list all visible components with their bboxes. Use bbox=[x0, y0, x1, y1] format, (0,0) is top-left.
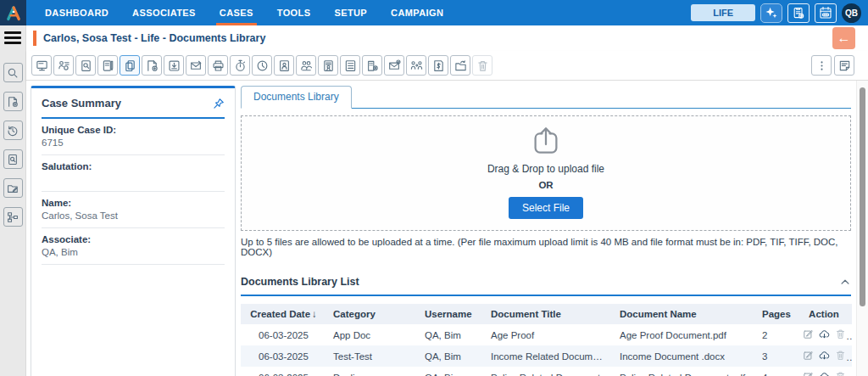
field-value bbox=[42, 174, 225, 186]
field-label: Salutation: bbox=[42, 161, 225, 171]
email-compose-icon[interactable] bbox=[186, 55, 206, 76]
cloud-download-icon[interactable] bbox=[819, 328, 830, 340]
folder-manage-icon[interactable] bbox=[3, 178, 23, 198]
cell-category: Decline bbox=[326, 367, 418, 376]
transfer-icon[interactable] bbox=[406, 55, 426, 76]
column-header-pages[interactable]: Pages bbox=[755, 304, 796, 324]
scrollbar-thumb[interactable] bbox=[860, 87, 865, 306]
app-logo[interactable] bbox=[0, 0, 26, 25]
vertical-scrollbar[interactable] bbox=[856, 81, 868, 376]
print-icon[interactable] bbox=[208, 55, 228, 76]
column-header-name[interactable]: Document Name bbox=[613, 304, 755, 324]
clock-icon[interactable] bbox=[252, 55, 272, 76]
cell-action bbox=[796, 324, 852, 345]
cell-title: Income Related Document bbox=[484, 345, 613, 367]
upload-dropzone[interactable]: Drag & Drop to upload file OR Select Fil… bbox=[241, 115, 851, 231]
case-summary-field: Salutation: bbox=[42, 155, 225, 192]
tab-documents-library[interactable]: Documents Library bbox=[241, 86, 352, 109]
documents-pane: Documents Library Drag & Drop to upload … bbox=[241, 86, 851, 376]
case-toolbar bbox=[26, 51, 868, 81]
checklist-icon[interactable] bbox=[340, 55, 360, 76]
nav-item-campaign[interactable]: CAMPAIGN bbox=[379, 0, 455, 25]
select-file-button[interactable]: Select File bbox=[509, 197, 583, 219]
calendar-icon[interactable] bbox=[815, 3, 837, 23]
document-add-icon[interactable] bbox=[3, 92, 23, 111]
cell-username: QA, Bim bbox=[418, 367, 484, 376]
or-text: OR bbox=[250, 180, 842, 190]
kebab-menu-icon[interactable] bbox=[811, 55, 832, 76]
top-nav-bar: DASHBOARDASSOCIATESCASESTOOLSSETUPCAMPAI… bbox=[0, 0, 868, 25]
back-button[interactable]: ← bbox=[832, 27, 855, 49]
main-content: Case Summary Unique Case ID:6715Salutati… bbox=[26, 81, 868, 376]
organization-settings-icon[interactable] bbox=[362, 55, 382, 76]
documents-list-title: Documents Library List bbox=[241, 276, 359, 288]
search-icon[interactable] bbox=[3, 63, 23, 82]
clipboard-add-icon[interactable] bbox=[787, 3, 810, 23]
nav-item-tools[interactable]: TOOLS bbox=[265, 0, 323, 25]
field-label: Unique Case ID: bbox=[42, 125, 225, 135]
column-header-title[interactable]: Document Title bbox=[484, 304, 613, 324]
case-summary-field: Associate:QA, Bim bbox=[42, 228, 225, 265]
client-settings-icon[interactable] bbox=[53, 55, 74, 76]
delete-icon[interactable] bbox=[835, 350, 846, 361]
document-add-icon[interactable] bbox=[142, 55, 162, 76]
sparkle-icon[interactable] bbox=[760, 3, 782, 23]
download-icon[interactable] bbox=[164, 55, 184, 76]
edit-icon[interactable] bbox=[803, 371, 814, 376]
pin-icon[interactable] bbox=[213, 98, 225, 109]
workflow-icon[interactable] bbox=[3, 207, 23, 227]
case-summary-title: Case Summary bbox=[42, 97, 121, 109]
documents-library-icon[interactable] bbox=[120, 55, 140, 76]
cell-name: Income Document .docx bbox=[613, 345, 755, 367]
column-header-category[interactable]: Category bbox=[326, 304, 418, 324]
profile-badge[interactable]: QB bbox=[842, 3, 861, 23]
field-label: Associate: bbox=[42, 234, 225, 244]
cell-pages: 4 bbox=[755, 367, 796, 376]
nav-item-setup[interactable]: SETUP bbox=[322, 0, 379, 25]
edit-icon[interactable] bbox=[803, 328, 814, 340]
life-button[interactable]: LIFE bbox=[691, 4, 755, 21]
cell-created: 06-03-2025 bbox=[241, 324, 326, 345]
certificate-icon[interactable] bbox=[318, 55, 338, 76]
export-folder-icon[interactable] bbox=[450, 55, 470, 76]
side-icons bbox=[3, 63, 23, 227]
cell-created: 06-03-2025 bbox=[241, 367, 326, 376]
cell-category: Test-Test bbox=[326, 345, 418, 367]
breadcrumb-accent-bar bbox=[33, 31, 36, 46]
cloud-download-icon[interactable] bbox=[819, 371, 830, 376]
edit-icon[interactable] bbox=[803, 350, 814, 361]
note-icon[interactable] bbox=[834, 55, 854, 76]
case-summary-panel: Case Summary Unique Case ID:6715Salutati… bbox=[31, 86, 236, 376]
column-header-username[interactable]: Username bbox=[418, 304, 484, 324]
cell-action bbox=[796, 345, 852, 367]
monitor-icon[interactable] bbox=[31, 55, 52, 76]
cloud-download-icon[interactable] bbox=[819, 350, 830, 361]
history-icon[interactable] bbox=[3, 121, 23, 140]
billing-document-icon[interactable] bbox=[428, 55, 448, 76]
column-header-created[interactable]: Created Date↓ bbox=[241, 304, 326, 324]
upload-icon bbox=[250, 126, 842, 160]
cell-created: 06-03-2025 bbox=[241, 345, 326, 367]
sort-descending-icon[interactable]: ↓ bbox=[312, 309, 317, 319]
column-header-action[interactable]: Action bbox=[796, 304, 852, 324]
document-edit-icon[interactable] bbox=[97, 55, 118, 76]
delete-icon[interactable] bbox=[835, 328, 846, 340]
delete-icon[interactable] bbox=[835, 371, 846, 376]
people-icon[interactable] bbox=[296, 55, 316, 76]
collapse-chevron-icon[interactable] bbox=[839, 276, 851, 288]
document-search-icon[interactable] bbox=[3, 149, 23, 169]
table-row: 06-03-2025Test-TestQA, BimIncome Related… bbox=[241, 345, 852, 367]
document-person-icon[interactable] bbox=[274, 55, 294, 76]
hamburger-menu-icon[interactable] bbox=[4, 31, 21, 44]
table-row: 06-03-2025App DocQA, BimAge ProofAge Pro… bbox=[241, 324, 852, 345]
field-value: QA, Bim bbox=[42, 247, 225, 259]
stopwatch-icon[interactable] bbox=[230, 55, 250, 76]
tab-bar: Documents Library bbox=[241, 86, 851, 109]
nav-menu: DASHBOARDASSOCIATESCASESTOOLSSETUPCAMPAI… bbox=[33, 0, 455, 25]
nav-item-associates[interactable]: ASSOCIATES bbox=[120, 0, 208, 25]
document-search-icon[interactable] bbox=[75, 55, 96, 76]
documents-table: Created Date↓CategoryUsernameDocument Ti… bbox=[241, 304, 852, 376]
nav-item-cases[interactable]: CASES bbox=[208, 0, 265, 25]
nav-item-dashboard[interactable]: DASHBOARD bbox=[33, 0, 120, 25]
email-verified-icon[interactable] bbox=[384, 55, 404, 76]
